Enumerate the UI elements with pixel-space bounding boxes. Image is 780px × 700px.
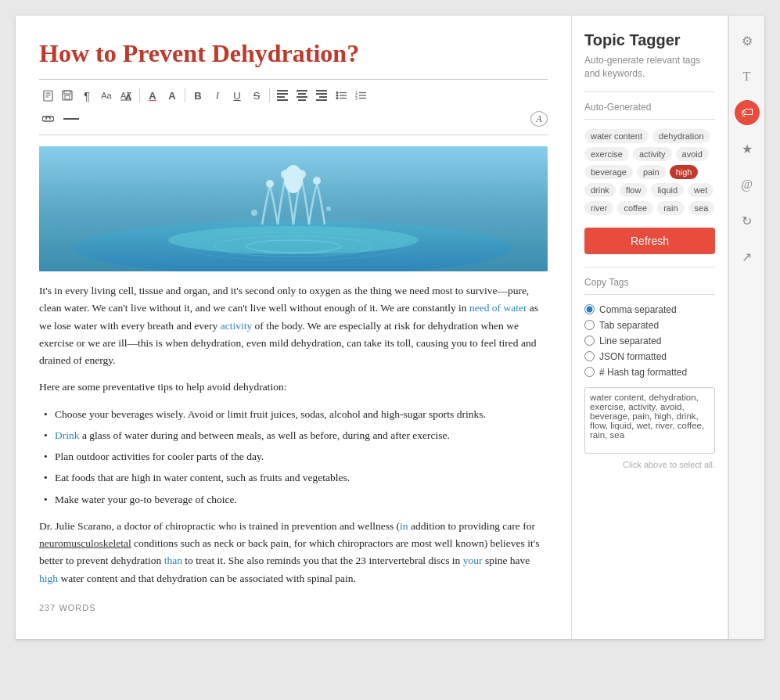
tag-item[interactable]: beverage: [584, 165, 633, 179]
toolbar-sep-1: [139, 88, 140, 102]
copy-option-label-json: JSON formatted: [599, 351, 667, 362]
toolbar-save-btn[interactable]: [59, 87, 76, 104]
toolbar-para-btn[interactable]: ¶: [78, 87, 95, 104]
tag-item[interactable]: sea: [688, 201, 715, 215]
toolbar-link-btn[interactable]: [39, 110, 57, 127]
tag-item[interactable]: avoid: [676, 147, 709, 161]
svg-point-26: [266, 180, 274, 188]
tag-item[interactable]: coffee: [617, 201, 653, 215]
toolbar-font-color-btn[interactable]: A: [144, 87, 161, 104]
toolbar-sep-3: [269, 88, 270, 102]
article-image: [39, 146, 548, 271]
settings-icon[interactable]: ⚙: [735, 28, 760, 53]
sidebar-title: Topic Tagger: [584, 31, 715, 49]
body-paragraph-1: It's in every living cell, tissue and or…: [39, 282, 548, 369]
svg-point-29: [313, 177, 321, 185]
tag-item[interactable]: activity: [633, 147, 672, 161]
svg-point-10: [336, 92, 339, 94]
toolbar-italic-btn[interactable]: I: [209, 87, 226, 104]
icon-rail: ⚙T🏷★@↻↗: [728, 16, 764, 639]
refresh-icon[interactable]: ↻: [735, 208, 760, 233]
copy-option-json[interactable]: JSON formatted: [584, 351, 715, 362]
word-count: 237 WORDS: [39, 603, 548, 612]
body-paragraph-3: Dr. Julie Scarano, a doctor of chiroprac…: [39, 518, 548, 587]
body-paragraph-2: Here are some preventative tips to help …: [39, 379, 548, 396]
auto-generated-label: Auto-Generated: [584, 102, 715, 113]
svg-rect-0: [44, 91, 52, 101]
svg-point-14: [336, 97, 339, 99]
tag-icon[interactable]: 🏷: [735, 100, 760, 125]
body-link-in[interactable]: in: [400, 520, 408, 532]
svg-point-12: [336, 95, 339, 97]
svg-point-32: [284, 165, 303, 193]
copy-option-tab[interactable]: Tab separated: [584, 320, 715, 331]
svg-rect-6: [65, 95, 70, 99]
share-icon[interactable]: ↗: [735, 244, 760, 269]
type-icon[interactable]: T: [735, 64, 760, 89]
tag-item[interactable]: liquid: [651, 183, 684, 197]
toolbar-align-right-btn[interactable]: [313, 87, 330, 104]
sidebar-divider-4: [584, 294, 715, 295]
toolbar-hr-btn[interactable]: [60, 110, 82, 127]
tag-item[interactable]: river: [584, 201, 613, 215]
select-all-hint: Click above to select all.: [584, 460, 715, 469]
tag-item[interactable]: pain: [637, 165, 666, 179]
svg-text:3.: 3.: [355, 96, 358, 100]
svg-point-30: [251, 210, 257, 216]
at-icon[interactable]: @: [735, 172, 760, 197]
copy-option-line[interactable]: Line separated: [584, 336, 715, 346]
toolbar-bold-btn[interactable]: B: [189, 87, 207, 104]
copy-option-label-line: Line separated: [599, 336, 661, 346]
star-icon[interactable]: ★: [735, 136, 760, 161]
body-link-drink[interactable]: Drink: [55, 429, 80, 441]
main-container: How to Prevent Dehydration? ¶ Aa AZ A A: [16, 16, 764, 639]
copy-option-label-tab: Tab separated: [599, 320, 659, 331]
list-item-1: Choose your beverages wisely. Avoid or l…: [39, 406, 548, 423]
list-item-3: Plan outdoor activities for cooler parts…: [39, 448, 548, 465]
sidebar-divider-3: [584, 267, 715, 267]
list-item-5: Make water your go-to beverage of choice…: [39, 491, 548, 508]
copy-option-label-comma: Comma separated: [599, 304, 677, 315]
tag-item[interactable]: drink: [584, 183, 616, 197]
toolbar-list-ordered-btn[interactable]: 1.2.3.: [352, 87, 369, 104]
copy-option-label-hashtag: # Hash tag formatted: [599, 367, 687, 378]
svg-point-31: [326, 206, 331, 211]
sidebar-description: Auto-generate relevant tags and keywords…: [584, 54, 715, 81]
tags-output-textarea[interactable]: [584, 387, 715, 454]
copy-option-comma[interactable]: Comma separated: [584, 304, 715, 315]
toolbar-az-btn[interactable]: AZ: [117, 87, 135, 104]
toolbar-highlight-btn[interactable]: A: [164, 87, 181, 104]
body-link-neuro[interactable]: neuromusculoskeletal: [39, 537, 131, 549]
toolbar-underline-btn[interactable]: U: [228, 87, 246, 104]
toolbar-align-left-btn[interactable]: [274, 87, 291, 104]
toolbar-row-1: ¶ Aa AZ A A B I U S: [39, 84, 369, 106]
toolbar-sep-2: [185, 88, 185, 102]
body-link-than[interactable]: than: [164, 555, 182, 566]
body-link-activity[interactable]: activity: [221, 320, 253, 332]
body-list: Choose your beverages wisely. Avoid or l…: [39, 406, 548, 508]
tag-item[interactable]: high: [670, 165, 699, 179]
sidebar-divider-2: [584, 119, 715, 120]
list-item-4: Eat foods that are high in water content…: [39, 469, 548, 486]
body-link-high[interactable]: high: [39, 573, 58, 584]
toolbar-list-unordered-btn[interactable]: [332, 87, 350, 104]
toolbar-spellcheck-btn[interactable]: A: [530, 111, 548, 127]
body-link-your[interactable]: your: [463, 555, 483, 566]
tag-item[interactable]: wet: [688, 183, 714, 197]
editor-content[interactable]: It's in every living cell, tissue and or…: [39, 135, 548, 623]
tag-item[interactable]: dehydration: [652, 129, 710, 143]
sidebar-divider-1: [584, 92, 715, 92]
copy-option-hashtag[interactable]: # Hash tag formatted: [584, 367, 715, 378]
article-body: It's in every living cell, tissue and or…: [39, 282, 548, 587]
body-link-water[interactable]: need of water: [469, 302, 527, 314]
tag-item[interactable]: exercise: [584, 147, 629, 161]
article-title: How to Prevent Dehydration?: [39, 39, 548, 68]
toolbar-strike-btn[interactable]: S: [248, 87, 265, 104]
tag-item[interactable]: flow: [620, 183, 648, 197]
toolbar-aa-btn[interactable]: Aa: [98, 87, 115, 104]
tag-item[interactable]: rain: [657, 201, 684, 215]
toolbar-doc-btn[interactable]: [39, 87, 56, 104]
tag-item[interactable]: water content: [584, 129, 649, 143]
refresh-button[interactable]: Refresh: [584, 228, 715, 254]
toolbar-align-center-btn[interactable]: [293, 87, 311, 104]
